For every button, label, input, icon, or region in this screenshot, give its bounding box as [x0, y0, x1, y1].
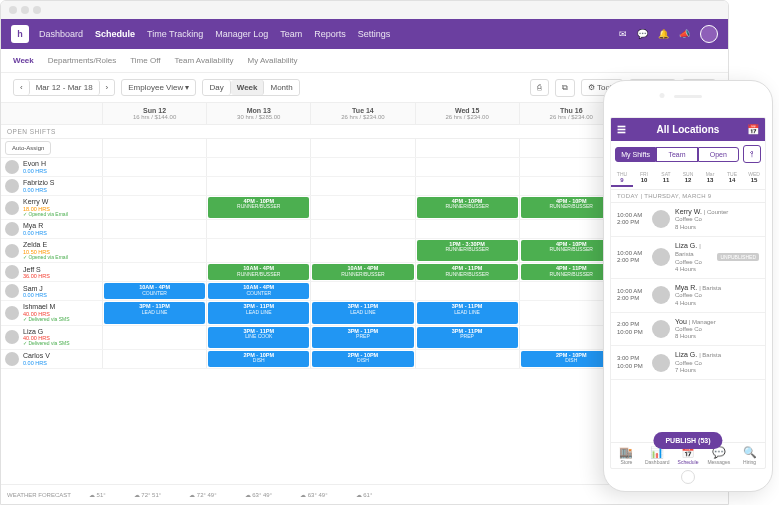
shift-cell[interactable]: 4PM - 10PMRUNNER/BUSSER: [207, 196, 311, 219]
view-week[interactable]: Week: [231, 80, 265, 95]
shift-cell[interactable]: [207, 220, 311, 238]
shift-item[interactable]: 2:00 PM10:00 PMYou | ManagerCoffee Co8 H…: [611, 313, 765, 347]
shift-cell[interactable]: [416, 282, 520, 300]
shift-cell[interactable]: 3PM - 11PMPREP: [311, 326, 415, 349]
employee-avatar: [5, 244, 19, 258]
shift-cell[interactable]: 4PM - 11PMRUNNER/BUSSER: [416, 263, 520, 281]
phone-tab-team[interactable]: Team: [656, 147, 697, 162]
menu-icon[interactable]: ☰: [617, 124, 626, 135]
phone-day[interactable]: FRI10: [633, 169, 655, 187]
phone-day[interactable]: THU9: [611, 169, 633, 187]
employee-avatar: [5, 330, 19, 344]
shift-cell[interactable]: 10AM - 4PMCOUNTER: [103, 282, 207, 300]
avatar: [652, 320, 670, 338]
nav-team[interactable]: Team: [280, 29, 302, 39]
shift-cell[interactable]: 3PM - 11PMLEAD LINE: [103, 301, 207, 324]
shift-cell[interactable]: [311, 158, 415, 176]
prev-button[interactable]: ‹: [14, 80, 30, 95]
phone-day[interactable]: SUN12: [677, 169, 699, 187]
shift-cell[interactable]: 1PM - 3:30PMRUNNER/BUSSER: [416, 239, 520, 262]
shift-cell[interactable]: 10AM - 4PMRUNNER/BUSSER: [311, 263, 415, 281]
shift-cell[interactable]: 2PM - 10PMDISH: [311, 350, 415, 368]
shift-cell[interactable]: [207, 239, 311, 262]
shift-cell[interactable]: 3PM - 11PMLINE COOK: [207, 326, 311, 349]
shift-cell[interactable]: [311, 282, 415, 300]
date-range[interactable]: Mar 12 - Mar 18: [30, 80, 100, 95]
employee-avatar: [5, 222, 19, 236]
logo[interactable]: h: [11, 25, 29, 43]
user-avatar[interactable]: [700, 25, 718, 43]
shift-cell[interactable]: [207, 158, 311, 176]
employee-avatar: [5, 352, 19, 366]
shift-cell[interactable]: 3PM - 11PMPREP: [416, 326, 520, 349]
subnav-time-off[interactable]: Time Off: [130, 56, 160, 65]
bottomnav-store[interactable]: 🏬Store: [611, 446, 642, 465]
nav-dashboard[interactable]: Dashboard: [39, 29, 83, 39]
subnav-departments-roles[interactable]: Departments/Roles: [48, 56, 116, 65]
bell-icon[interactable]: 🔔: [658, 29, 669, 39]
shift-cell[interactable]: 4PM - 10PMRUNNER/BUSSER: [416, 196, 520, 219]
shift-cell[interactable]: [311, 196, 415, 219]
today-label: TODAY | THURSDAY, MARCH 9: [611, 190, 765, 203]
avatar: [652, 354, 670, 372]
subnav-week[interactable]: Week: [13, 56, 34, 65]
shift-cell[interactable]: 3PM - 11PMLEAD LINE: [207, 301, 311, 324]
phone-tab-my-shifts[interactable]: My Shifts: [615, 147, 656, 162]
shift-cell[interactable]: [207, 177, 311, 195]
calendar-icon[interactable]: 📅: [747, 124, 759, 135]
employee-view-select[interactable]: Employee View ▾: [121, 79, 196, 96]
shift-cell[interactable]: 10AM - 4PMRUNNER/BUSSER: [207, 263, 311, 281]
copy-icon-button[interactable]: ⧉: [555, 79, 575, 97]
shift-item[interactable]: 10:00 AM2:00 PMLiza G. | BaristaCoffee C…: [611, 237, 765, 279]
shift-cell[interactable]: [103, 326, 207, 349]
shift-cell[interactable]: [416, 158, 520, 176]
phone-tab-open[interactable]: Open: [698, 147, 739, 162]
subnav-my-availability[interactable]: My Availability: [247, 56, 297, 65]
shift-cell[interactable]: [103, 177, 207, 195]
chat-icon[interactable]: 💬: [637, 29, 648, 39]
shift-cell[interactable]: [416, 177, 520, 195]
shift-cell[interactable]: [103, 350, 207, 368]
shift-cell[interactable]: [416, 350, 520, 368]
shift-item[interactable]: 3:00 PM10:00 PMLiza G. | BaristaCoffee C…: [611, 346, 765, 380]
print-button[interactable]: ⎙: [530, 79, 549, 96]
nav-manager-log[interactable]: Manager Log: [215, 29, 268, 39]
shift-cell[interactable]: [103, 239, 207, 262]
phone-day[interactable]: TUE14: [721, 169, 743, 187]
view-month[interactable]: Month: [264, 80, 298, 95]
avatar: [652, 210, 670, 228]
publish-button[interactable]: PUBLISH (53): [653, 432, 722, 449]
auto-assign-button[interactable]: Auto-Assign: [5, 141, 51, 155]
avatar: [652, 286, 670, 304]
nav-time-tracking[interactable]: Time Tracking: [147, 29, 203, 39]
mail-icon[interactable]: ✉: [619, 29, 627, 39]
phone-day[interactable]: SAT11: [655, 169, 677, 187]
shift-item[interactable]: 10:00 AM2:00 PMMya R. | BaristaCoffee Co…: [611, 279, 765, 313]
shift-cell[interactable]: 10AM - 4PMCOUNTER: [207, 282, 311, 300]
shift-item[interactable]: 10:00 AM2:00 PMKerry W. | CounterCoffee …: [611, 203, 765, 237]
nav-reports[interactable]: Reports: [314, 29, 346, 39]
nav-schedule[interactable]: Schedule: [95, 29, 135, 39]
shift-cell[interactable]: [103, 158, 207, 176]
shift-cell[interactable]: [311, 177, 415, 195]
shift-cell[interactable]: [311, 239, 415, 262]
phone-day[interactable]: WED15: [743, 169, 765, 187]
filter-icon[interactable]: ⫯: [743, 145, 761, 163]
phone-day[interactable]: Mar13: [699, 169, 721, 187]
next-button[interactable]: ›: [100, 80, 115, 95]
nav-settings[interactable]: Settings: [358, 29, 391, 39]
bottomnav-hiring[interactable]: 🔍Hiring: [734, 446, 765, 465]
shift-cell[interactable]: [103, 263, 207, 281]
shift-cell[interactable]: 2PM - 10PMDISH: [207, 350, 311, 368]
employee-avatar: [5, 201, 19, 215]
shift-cell[interactable]: 3PM - 11PMLEAD LINE: [311, 301, 415, 324]
shift-cell[interactable]: [103, 196, 207, 219]
megaphone-icon[interactable]: 📣: [679, 29, 690, 39]
shift-cell[interactable]: 3PM - 11PMLEAD LINE: [416, 301, 520, 324]
shift-cell[interactable]: [103, 220, 207, 238]
subnav-team-availability[interactable]: Team Availability: [174, 56, 233, 65]
shift-cell[interactable]: [311, 220, 415, 238]
shift-cell[interactable]: [416, 220, 520, 238]
employee-avatar: [5, 306, 19, 320]
view-day[interactable]: Day: [203, 80, 230, 95]
